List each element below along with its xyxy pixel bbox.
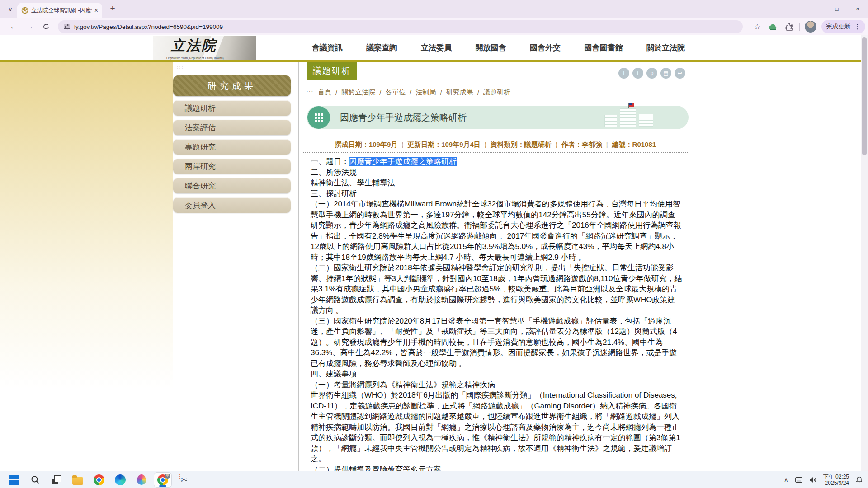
title-banner: 因應青少年手遊成癮之策略研析 (307, 106, 689, 129)
paint-button[interactable] (133, 473, 150, 487)
forward-button[interactable]: → (24, 20, 36, 33)
breadcrumb-research[interactable]: 研究成果 (446, 88, 473, 97)
sidebar-item-cross-strait[interactable]: 兩岸研究 (173, 159, 291, 174)
speaker-icon (809, 477, 816, 483)
back-arrow-icon[interactable]: ↩ (675, 68, 685, 79)
hidden-icons-chevron[interactable]: ∧ (784, 476, 788, 483)
finish-update-label: 完成更新 (826, 23, 850, 31)
grid-icon (307, 106, 330, 129)
article-paragraph: 精神衛生法、學生輔導法 (311, 178, 682, 188)
nav-item-legislators[interactable]: 立法委員 (421, 42, 452, 53)
article-paragraph: （一）考量將網癮列為《精神衛生法》規範之精神疾病 (311, 380, 682, 390)
browser-tabstrip: ∨ 立法院全球資訊網 -因應青少年 × + — □ × (0, 0, 868, 18)
clock-date: 2025/9/24 (823, 480, 849, 486)
article-paragraph: 世界衛生組織（WHO）於2018年6月出版的「國際疾病診斷分類」（Interna… (311, 390, 682, 465)
volume-icon[interactable] (809, 477, 816, 483)
article-paragraph: 四、建議事項 (311, 369, 682, 380)
logo-subtitle: Legislative Yuan, Republic of China(Taiw… (166, 56, 224, 60)
article-meta: 撰成日期：109年9月¦更新日期：109年9月4日¦資料類別：議題研析¦作者：李… (299, 141, 692, 149)
new-tab-button[interactable]: + (107, 3, 118, 14)
meta-number: 編號：R01081 (612, 141, 656, 148)
close-button[interactable]: × (847, 0, 868, 18)
section-divider (299, 80, 692, 80)
meta-author: 作者：李郁強 (561, 141, 602, 148)
scrollbar-thumb[interactable] (862, 37, 867, 155)
minimize-button[interactable]: — (806, 0, 826, 18)
sidebar-item-bill-assessment[interactable]: 法案評估 (173, 120, 291, 135)
share-buttons: f t p ▤ ↩ (618, 68, 685, 79)
nav-item-bills[interactable]: 議案查詢 (367, 42, 397, 53)
tab-search-button[interactable]: ∨ (5, 3, 16, 15)
selected-text: 因應青少年手遊成癮之策略研析 (349, 157, 457, 166)
cloud-extension-icon[interactable] (768, 21, 778, 32)
print-icon[interactable]: ▤ (660, 68, 671, 79)
site-logo[interactable]: 立法院 Legislative Yuan, Republic of China(… (153, 36, 256, 60)
breadcrumb-home[interactable]: 首頁 (318, 88, 331, 97)
sidebar-item-joint-research[interactable]: 聯合研究 (173, 178, 291, 193)
sidebar-item-member-login[interactable]: 委員登入 (173, 197, 291, 213)
url-bar[interactable]: ly.gov.tw/Pages/Detail.aspx?nodeid=6590&… (58, 20, 743, 33)
nav-item-library[interactable]: 國會圖書館 (585, 42, 623, 53)
scissors-icon: ✂ (180, 475, 187, 485)
task-view-button[interactable] (48, 473, 65, 487)
breadcrumb-current[interactable]: 議題研析 (483, 88, 510, 97)
tab-close-icon[interactable]: × (94, 7, 98, 14)
taskbar-clock[interactable]: 下午 02:25 2025/9/24 (823, 474, 849, 486)
start-button[interactable] (5, 473, 23, 487)
accessibility-link[interactable]: ::: (177, 64, 291, 70)
article-paragraph: 二、所涉法規 (311, 167, 682, 178)
puzzle-icon (785, 23, 793, 31)
plurk-share-icon[interactable]: p (646, 68, 657, 79)
article-paragraph: （二）提供輔導及冒險教育等多元方案 (311, 465, 682, 471)
taiwan-flag-icon (629, 103, 634, 107)
main-content: 議題研析 f t p ▤ ↩ ::: 首頁 / 關於立法院 / 各單位 / 法制… (298, 62, 692, 471)
finish-update-button[interactable]: 完成更新 ⋮ (821, 20, 865, 33)
profile-avatar[interactable] (805, 21, 816, 33)
meta-updated-date: 更新日期：109年9月4日 (407, 141, 481, 148)
search-icon (31, 475, 40, 484)
touch-keyboard-icon[interactable] (795, 477, 802, 483)
reload-button[interactable] (40, 20, 52, 33)
nav-item-diplomacy[interactable]: 國會外交 (530, 42, 561, 53)
breadcrumb-units[interactable]: 各單位 (385, 88, 406, 97)
snipping-tool-button[interactable]: ✂ (175, 473, 193, 487)
nav-item-meetings[interactable]: 會議資訊 (312, 42, 343, 53)
file-explorer-button[interactable] (69, 473, 86, 487)
maximize-button[interactable]: □ (826, 0, 847, 18)
chrome-active-button[interactable] (154, 473, 171, 487)
edge-button[interactable] (112, 473, 129, 487)
bookmark-star-icon[interactable]: ☆ (752, 21, 763, 32)
favicon-emblem-icon (21, 7, 28, 14)
back-button[interactable]: ← (7, 20, 20, 33)
sidebar-item-issue-analysis[interactable]: 議題研析 (173, 100, 291, 116)
facebook-share-icon[interactable]: f (618, 68, 629, 79)
nav-item-open-parliament[interactable]: 開放國會 (476, 42, 506, 53)
breadcrumb: ::: 首頁 / 關於立法院 / 各單位 / 法制局 / 研究成果 / 議題研析 (307, 88, 510, 97)
breadcrumb-separator: / (410, 89, 411, 96)
search-button[interactable] (27, 473, 44, 487)
sidebar-item-special-research[interactable]: 專題研究 (173, 139, 291, 155)
notification-bell-icon[interactable] (856, 476, 863, 483)
page-scrollbar[interactable] (861, 35, 868, 471)
site-header: 立法院 Legislative Yuan, Republic of China(… (0, 35, 868, 60)
active-app-indicator (159, 485, 166, 487)
url-text[interactable]: ly.gov.tw/Pages/Detail.aspx?nodeid=6590&… (74, 23, 223, 30)
breadcrumb-accessibility[interactable]: ::: (307, 89, 314, 96)
breadcrumb-separator: / (335, 89, 337, 96)
keyboard-icon (795, 477, 802, 483)
breadcrumb-about[interactable]: 關於立法院 (341, 88, 375, 97)
task-view-icon (52, 475, 61, 484)
reload-icon (42, 23, 50, 30)
profile-badge (165, 473, 170, 479)
browser-tab[interactable]: 立法院全球資訊網 -因應青少年 × (17, 3, 102, 18)
site-settings-tune-icon[interactable] (63, 23, 70, 30)
chrome-button[interactable] (90, 473, 108, 487)
browser-menu-icon[interactable]: ⋮ (854, 23, 861, 31)
article-paragraph: 三、探討研析 (311, 188, 682, 199)
nav-item-about[interactable]: 關於立法院 (646, 42, 685, 53)
bell-icon (856, 476, 863, 483)
twitter-share-icon[interactable]: t (632, 68, 643, 79)
breadcrumb-legal-bureau[interactable]: 法制局 (416, 88, 436, 97)
edge-icon (115, 474, 126, 485)
extensions-puzzle-icon[interactable] (783, 21, 794, 32)
